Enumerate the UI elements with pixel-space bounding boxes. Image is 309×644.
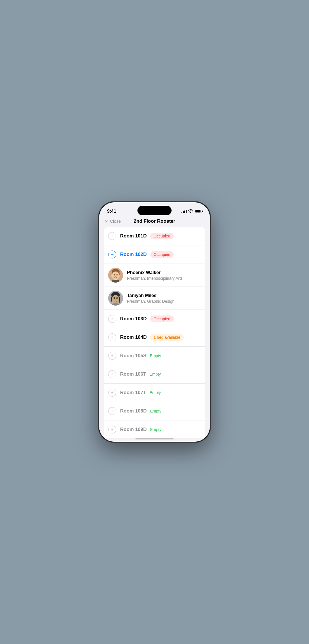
resident-name-phoenix: Phoenix Walker	[127, 270, 183, 275]
room-name-102D: Room 102D	[120, 252, 147, 257]
avatar-taniyah	[108, 291, 123, 306]
room-name-103D: Room 103D	[120, 316, 147, 322]
expand-icon-108D[interactable]: +	[108, 407, 116, 415]
room-row-106T[interactable]: + Room 106T Empty	[104, 365, 205, 384]
room-name-101D: Room 101D	[120, 233, 147, 239]
resident-name-taniyah: Taniyah Miles	[127, 293, 174, 298]
status-badge-107T: Empty	[150, 389, 164, 396]
resident-row-phoenix[interactable]: Phoenix Walker Freshman, Interdisciplina…	[104, 264, 205, 287]
room-name-108D: Room 108D	[120, 408, 147, 414]
status-badge-101D: Occupied	[150, 233, 174, 239]
wifi-icon	[188, 209, 193, 214]
room-row-header-102D[interactable]: − Room 102D Occupied	[104, 245, 205, 264]
expand-icon-102D[interactable]: −	[108, 251, 116, 258]
room-row-107T[interactable]: + Room 107T Empty	[104, 384, 205, 402]
expand-icon-103D[interactable]: +	[108, 315, 116, 323]
expand-icon-101D[interactable]: +	[108, 232, 116, 240]
resident-info-taniyah: Taniyah Miles Freshman, Graphic Design	[127, 293, 174, 304]
status-time: 9:41	[107, 209, 116, 214]
svg-point-6	[116, 274, 118, 275]
signal-icon	[181, 210, 187, 213]
svg-point-14	[116, 298, 118, 299]
rooms-list: + Room 101D Occupied − Room 102D Occupie…	[104, 227, 205, 438]
room-row-102D: − Room 102D Occupied	[104, 245, 205, 310]
room-row-108D[interactable]: + Room 108D Empty	[104, 402, 205, 420]
svg-point-5	[114, 274, 115, 275]
svg-point-13	[114, 298, 115, 299]
close-x-icon: ✕	[105, 219, 108, 224]
expand-icon-105S[interactable]: +	[108, 352, 116, 360]
room-name-109D: Room 109D	[120, 427, 147, 432]
nav-bar: ✕ Close 2nd Floor Rooster	[99, 216, 210, 227]
expand-icon-107T[interactable]: +	[108, 389, 116, 397]
status-badge-104D: 1 bed available	[150, 334, 184, 341]
status-badge-105S: Empty	[150, 352, 165, 359]
expand-icon-106T[interactable]: +	[108, 370, 116, 378]
phone-frame: 9:41 ✕ Close 2nd	[99, 202, 210, 442]
content-area: + Room 101D Occupied − Room 102D Occupie…	[99, 227, 210, 438]
room-name-104D: Room 104D	[120, 334, 147, 340]
room-row-103D[interactable]: + Room 103D Occupied	[104, 310, 205, 328]
status-icons	[181, 209, 202, 214]
svg-point-15	[113, 301, 116, 303]
status-badge-106T: Empty	[150, 371, 164, 378]
battery-icon	[195, 210, 202, 213]
room-row-101D[interactable]: + Room 101D Occupied	[104, 227, 205, 245]
room-name-105S: Room 105S	[120, 353, 147, 359]
close-button[interactable]: ✕ Close	[105, 219, 121, 224]
resident-detail-taniyah: Freshman, Graphic Design	[127, 299, 174, 304]
svg-point-9	[119, 275, 120, 277]
resident-detail-phoenix: Freshman, Interdisciplinary Arts	[127, 276, 183, 281]
status-badge-109D: Empty	[150, 426, 165, 433]
status-badge-103D: Occupied	[150, 315, 174, 322]
status-badge-108D: Empty	[150, 408, 165, 414]
resident-row-taniyah[interactable]: Taniyah Miles Freshman, Graphic Design	[104, 287, 205, 310]
expand-icon-109D[interactable]: +	[108, 426, 116, 433]
dynamic-island	[137, 206, 172, 215]
avatar-phoenix	[108, 268, 123, 283]
close-label: Close	[110, 219, 121, 224]
room-name-107T: Room 107T	[120, 390, 146, 395]
room-name-106T: Room 106T	[120, 371, 146, 377]
svg-point-7	[115, 276, 116, 277]
svg-point-8	[111, 275, 113, 277]
room-row-105S[interactable]: + Room 105S Empty	[104, 347, 205, 365]
resident-info-phoenix: Phoenix Walker Freshman, Interdisciplina…	[127, 270, 183, 281]
room-row-109D[interactable]: + Room 109D Empty	[104, 420, 205, 438]
room-row-104D[interactable]: + Room 104D 1 bed available	[104, 328, 205, 347]
home-indicator	[135, 438, 174, 439]
expand-icon-104D[interactable]: +	[108, 333, 116, 341]
page-title: 2nd Floor Rooster	[134, 218, 175, 224]
svg-point-4	[112, 272, 119, 280]
status-badge-102D: Occupied	[150, 251, 174, 258]
